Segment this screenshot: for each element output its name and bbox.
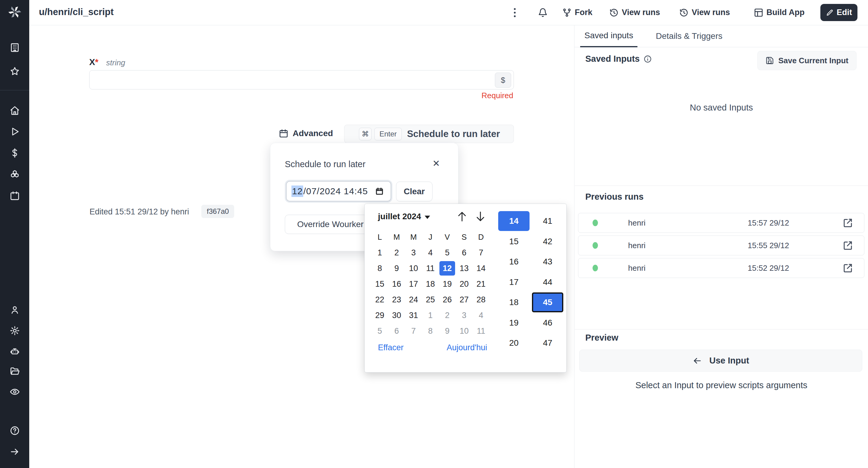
- day-cell[interactable]: 23: [388, 292, 405, 307]
- day-cell-next-month[interactable]: 2: [439, 307, 456, 323]
- day-cell-next-month[interactable]: 6: [388, 323, 405, 339]
- day-cell[interactable]: 1: [371, 245, 388, 261]
- save-current-input-button[interactable]: Save Current Input: [757, 51, 857, 70]
- datepicker-today-link[interactable]: Aujourd'hui: [447, 343, 487, 353]
- day-cell[interactable]: 9: [388, 261, 405, 276]
- hour-option[interactable]: 17: [498, 272, 530, 292]
- day-cell[interactable]: 14: [472, 261, 490, 276]
- day-cell[interactable]: 30: [388, 307, 405, 323]
- runs-play-icon[interactable]: [0, 127, 29, 137]
- audit-eye-icon[interactable]: [0, 387, 29, 397]
- windmill-logo-icon[interactable]: [0, 5, 29, 19]
- minute-option-selected[interactable]: 45: [532, 293, 563, 312]
- datetime-day-segment[interactable]: 12: [291, 186, 303, 197]
- day-cell[interactable]: 17: [405, 276, 422, 292]
- calendar-picker-icon[interactable]: [375, 187, 384, 196]
- folders-icon[interactable]: [0, 366, 29, 376]
- day-cell[interactable]: 25: [422, 292, 439, 307]
- notifications-bell-icon[interactable]: [538, 0, 548, 25]
- day-cell-next-month[interactable]: 1: [422, 307, 439, 323]
- day-cell-next-month[interactable]: 4: [472, 307, 490, 323]
- tab-details-triggers[interactable]: Details & Triggers: [652, 25, 727, 47]
- hour-option[interactable]: 16: [498, 252, 530, 272]
- favorites-star-icon[interactable]: [0, 66, 29, 76]
- day-cell-next-month[interactable]: 9: [439, 323, 456, 339]
- external-link-icon[interactable]: [842, 240, 853, 251]
- minute-option[interactable]: 46: [532, 313, 563, 333]
- day-cell-next-month[interactable]: 11: [472, 323, 490, 339]
- minute-option[interactable]: 41: [532, 211, 563, 231]
- resources-cubes-icon[interactable]: [0, 170, 29, 180]
- external-link-icon[interactable]: [842, 263, 853, 273]
- minute-option[interactable]: 43: [532, 252, 563, 272]
- edit-button[interactable]: Edit: [820, 4, 858, 21]
- help-question-icon[interactable]: [0, 426, 29, 436]
- external-link-icon[interactable]: [842, 218, 853, 228]
- day-cell[interactable]: 15: [371, 276, 388, 292]
- hour-option[interactable]: 15: [498, 232, 530, 252]
- day-cell[interactable]: 26: [439, 292, 456, 307]
- schedules-calendar-icon[interactable]: [0, 191, 29, 201]
- day-cell[interactable]: 29: [371, 307, 388, 323]
- datetime-input[interactable]: 12/07/2024 14:45: [286, 181, 391, 201]
- day-cell[interactable]: 7: [472, 245, 490, 261]
- workspace-building-icon[interactable]: [0, 42, 29, 53]
- day-cell-selected[interactable]: 12: [439, 261, 455, 275]
- x-string-input[interactable]: $: [89, 70, 514, 90]
- variables-dollar-icon[interactable]: [0, 148, 29, 158]
- datetime-rest-segment[interactable]: /07/2024 14:45: [303, 186, 368, 196]
- view-runs-button-1[interactable]: View runs: [609, 0, 660, 25]
- workers-robot-icon[interactable]: [0, 347, 29, 357]
- home-icon[interactable]: [0, 105, 29, 115]
- datepicker-clear-link[interactable]: Effacer: [378, 343, 404, 353]
- build-app-button[interactable]: Build App: [754, 0, 804, 25]
- day-cell[interactable]: 13: [456, 261, 472, 276]
- more-options-kebab-icon[interactable]: [514, 0, 516, 25]
- day-cell[interactable]: 18: [422, 276, 439, 292]
- use-input-button[interactable]: Use Input: [579, 349, 862, 372]
- tab-saved-inputs[interactable]: Saved inputs: [580, 25, 638, 47]
- collapse-arrow-right-icon[interactable]: [0, 446, 29, 457]
- day-cell[interactable]: 24: [405, 292, 422, 307]
- day-cell[interactable]: 19: [439, 276, 456, 292]
- day-cell-next-month[interactable]: 3: [456, 307, 472, 323]
- minute-option[interactable]: 42: [532, 232, 563, 252]
- run-row[interactable]: henri 15:57 29/12: [578, 213, 864, 233]
- day-cell-next-month[interactable]: 5: [371, 323, 388, 339]
- day-cell[interactable]: 8: [371, 261, 388, 276]
- close-icon[interactable]: ✕: [433, 158, 440, 169]
- info-icon[interactable]: [644, 55, 652, 63]
- minute-option[interactable]: 44: [532, 272, 563, 292]
- day-cell[interactable]: 31: [405, 307, 422, 323]
- day-cell[interactable]: 20: [456, 276, 472, 292]
- day-cell[interactable]: 22: [371, 292, 388, 307]
- day-cell[interactable]: 3: [405, 245, 422, 261]
- day-cell[interactable]: 10: [405, 261, 422, 276]
- day-cell[interactable]: 2: [388, 245, 405, 261]
- day-cell[interactable]: 6: [456, 245, 472, 261]
- hour-option[interactable]: 20: [498, 333, 530, 353]
- schedule-to-run-later-button[interactable]: ⌘ Enter Schedule to run later: [344, 125, 514, 143]
- version-hash-badge[interactable]: f367a0: [201, 205, 234, 218]
- day-cell[interactable]: 28: [472, 292, 490, 307]
- hour-option-selected[interactable]: 14: [498, 211, 530, 231]
- advanced-button[interactable]: Advanced: [279, 129, 333, 138]
- clear-button[interactable]: Clear: [396, 181, 433, 201]
- variable-picker-button[interactable]: $: [495, 73, 511, 88]
- day-cell[interactable]: 11: [422, 261, 439, 276]
- run-row[interactable]: henri 15:55 29/12: [578, 235, 864, 256]
- day-cell-next-month[interactable]: 7: [405, 323, 422, 339]
- previous-month-arrow-up-icon[interactable]: [456, 210, 469, 223]
- day-cell-next-month[interactable]: 8: [422, 323, 439, 339]
- day-cell[interactable]: 27: [456, 292, 472, 307]
- fork-button[interactable]: Fork: [562, 0, 592, 25]
- run-row[interactable]: henri 15:52 29/12: [578, 258, 864, 278]
- users-person-icon[interactable]: [0, 305, 29, 315]
- day-cell[interactable]: 16: [388, 276, 405, 292]
- month-year-dropdown[interactable]: juillet 2024: [378, 212, 430, 221]
- settings-gear-icon[interactable]: [0, 326, 29, 336]
- day-cell[interactable]: 5: [439, 245, 456, 261]
- day-cell[interactable]: 21: [472, 276, 490, 292]
- next-month-arrow-down-icon[interactable]: [474, 210, 487, 223]
- day-cell[interactable]: 4: [422, 245, 439, 261]
